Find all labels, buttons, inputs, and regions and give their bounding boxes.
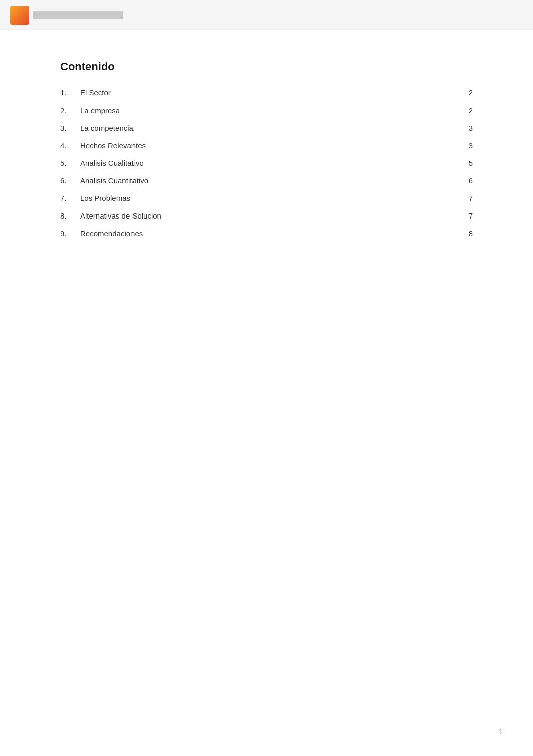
toc-label-6: Analisis Cuantitativo (80, 176, 458, 185)
toc-page-3: 3 (458, 124, 473, 132)
toc-label-7: Los Problemas (80, 194, 458, 202)
toc-number-3: 3. (60, 124, 80, 132)
logo-text (33, 11, 123, 19)
content-area: Contenido 1. El Sector 2 2. La empresa 2… (0, 30, 533, 277)
toc-number-5: 5. (60, 159, 80, 167)
toc-page-6: 6 (458, 176, 473, 185)
toc-item-3: 3. La competencia 3 (60, 124, 473, 132)
toc-item-6: 6. Analisis Cuantitativo 6 (60, 176, 473, 185)
toc-number-4: 4. (60, 141, 80, 150)
toc-number-6: 6. (60, 176, 80, 185)
toc-item-1: 1. El Sector 2 (60, 88, 473, 97)
toc-label-1: El Sector (80, 88, 458, 97)
toc-list: 1. El Sector 2 2. La empresa 2 3. La com… (60, 88, 473, 238)
toc-page-2: 2 (458, 106, 473, 115)
toc-item-4: 4. Hechos Relevantes 3 (60, 141, 473, 150)
toc-item-2: 2. La empresa 2 (60, 106, 473, 115)
toc-label-5: Analisis Cualitativo (80, 159, 458, 167)
toc-number-2: 2. (60, 106, 80, 115)
toc-item-9: 9. Recomendaciones 8 (60, 229, 473, 238)
toc-label-2: La empresa (80, 106, 458, 115)
document-page: Contenido 1. El Sector 2 2. La empresa 2… (0, 0, 533, 756)
toc-label-3: La competencia (80, 124, 458, 132)
header-bar (0, 0, 533, 30)
toc-item-5: 5. Analisis Cualitativo 5 (60, 159, 473, 167)
toc-number-9: 9. (60, 229, 80, 238)
toc-page-8: 7 (458, 211, 473, 220)
toc-label-8: Alternativas de Solucion (80, 211, 458, 220)
toc-number-8: 8. (60, 211, 80, 220)
toc-number-7: 7. (60, 194, 80, 202)
toc-page-9: 8 (458, 229, 473, 238)
logo-area (10, 6, 123, 25)
toc-title: Contenido (60, 60, 473, 73)
toc-label-4: Hechos Relevantes (80, 141, 458, 150)
toc-page-5: 5 (458, 159, 473, 167)
toc-item-7: 7. Los Problemas 7 (60, 194, 473, 202)
logo-icon (10, 6, 29, 25)
toc-page-7: 7 (458, 194, 473, 202)
toc-page-1: 2 (458, 88, 473, 97)
toc-label-9: Recomendaciones (80, 229, 458, 238)
page-number: 1 (499, 728, 503, 736)
toc-item-8: 8. Alternativas de Solucion 7 (60, 211, 473, 220)
toc-page-4: 3 (458, 141, 473, 150)
toc-number-1: 1. (60, 88, 80, 97)
